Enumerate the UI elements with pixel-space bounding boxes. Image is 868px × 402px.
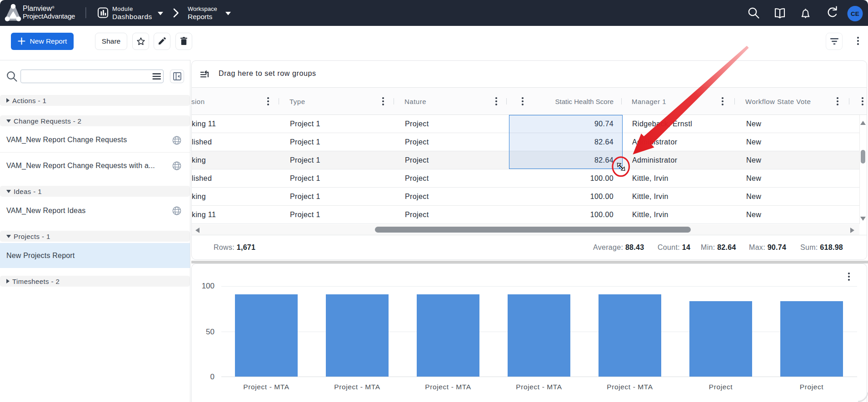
svg-text:CE: CE	[851, 10, 859, 17]
